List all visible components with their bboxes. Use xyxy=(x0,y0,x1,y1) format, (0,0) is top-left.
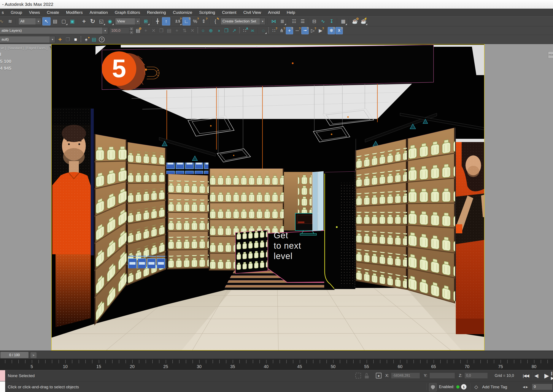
menu-customize[interactable]: Customize xyxy=(169,9,196,16)
scene-explorer-icon[interactable]: ☷ xyxy=(290,17,298,26)
keyboard-override-icon[interactable]: ↑ xyxy=(162,17,170,26)
merge-layer-icon[interactable]: ⇅ xyxy=(181,27,188,34)
normal-align-icon[interactable]: ↗ xyxy=(230,27,238,34)
menu-arnold[interactable]: Arnold xyxy=(264,9,283,16)
snap-vertex-icon[interactable]: +? xyxy=(286,27,293,34)
track-bar-ruler[interactable]: 5101520253035404550556065707580 xyxy=(0,359,553,370)
current-frame-field[interactable]: 0 xyxy=(532,384,553,390)
select-object-icon[interactable]: ↖ xyxy=(42,17,50,26)
isolate-selection-icon[interactable] xyxy=(355,373,361,378)
chevron-down-icon[interactable]: ▼ xyxy=(36,18,41,25)
selection-region-icon[interactable]: ▢ xyxy=(60,17,68,26)
use-pivot-point-icon[interactable]: ⊞ xyxy=(142,17,150,26)
layer-opacity-spinner[interactable]: 100,0▲▼ xyxy=(110,27,134,34)
mirror-icon[interactable]: ⋈ xyxy=(269,17,278,26)
layer-stack-icon[interactable]: ❐ xyxy=(64,36,71,43)
z-coordinate-field[interactable]: 0,0 xyxy=(464,373,488,379)
menu-animation[interactable]: Animation xyxy=(86,9,112,16)
center-to-object-icon[interactable]: ⊕ xyxy=(207,27,214,34)
menu-graph-editors[interactable]: Graph Editors xyxy=(111,9,143,16)
enabled-count-badge[interactable]: 1 xyxy=(461,384,467,390)
viewport-pov-label[interactable]: ve ] xyxy=(1,46,6,50)
snap-pivot-icon[interactable]: ⋔? xyxy=(278,27,285,34)
menu-group[interactable]: Group xyxy=(7,9,26,16)
layers-dropdown[interactable]: able Layers)▼ xyxy=(0,27,108,34)
chevron-down-icon[interactable]: ▼ xyxy=(102,28,108,34)
snap-frozen-icon[interactable]: ❄? xyxy=(328,27,335,34)
add-layer-icon[interactable]: + xyxy=(56,36,64,43)
snap-grid-points-icon[interactable]: ∷? xyxy=(270,27,277,34)
viewport[interactable]: ve ] [Standard ] [Edged Faces ] l 5 100 … xyxy=(0,44,553,350)
set-current-layer-icon[interactable]: + xyxy=(173,27,181,34)
camera-view[interactable]: 5 xyxy=(51,44,484,350)
notes-document-icon[interactable]: ▤ xyxy=(90,36,98,43)
window-crossing-icon[interactable]: ▣ xyxy=(68,17,77,26)
reference-coordinate-dropdown[interactable]: View▼ xyxy=(115,18,141,25)
selection-filter-dropdown[interactable]: All▼ xyxy=(18,18,41,25)
select-and-link-icon[interactable]: ∿ xyxy=(0,17,6,26)
layer-explorer-icon[interactable]: ☰ xyxy=(298,17,307,26)
select-and-move-icon[interactable]: + xyxy=(80,17,88,26)
frame-spinner-arrows[interactable]: ◀▶ xyxy=(523,381,529,392)
measure-distance-icon[interactable]: ≍ xyxy=(249,27,256,34)
named-selection-sets-icon[interactable]: {✎ xyxy=(211,17,220,26)
schematic-view-icon[interactable]: ↧ xyxy=(327,17,336,26)
chevron-down-icon[interactable]: ▼ xyxy=(135,18,140,25)
render-setup-icon[interactable]: ☕⚙ xyxy=(351,17,359,26)
select-by-name-icon[interactable]: ▤ xyxy=(51,17,59,26)
next-key-button[interactable]: > xyxy=(30,352,37,358)
menu-views[interactable]: Views xyxy=(26,9,43,16)
menu-rendering[interactable]: Rendering xyxy=(144,9,170,16)
previous-frame-button[interactable]: ◀|| xyxy=(534,370,538,381)
color-swatch-icon[interactable]: ■ xyxy=(72,36,79,43)
layer-opacity-spinner-arrows[interactable]: ▲▼ xyxy=(129,27,134,34)
ribbon-toggle-icon[interactable]: ⊟ xyxy=(310,17,319,26)
reset-transform-icon[interactable]: ◑ xyxy=(215,27,222,34)
next-frame-button[interactable]: ||▶ xyxy=(551,370,553,381)
create-selection-set-dropdown[interactable]: Create Selection Set▼ xyxy=(220,18,265,25)
menu-scripting[interactable]: Scripting xyxy=(196,9,219,16)
viewport-shading-label[interactable]: [Standard ] xyxy=(8,46,24,50)
select-and-rotate-icon[interactable]: ↻ xyxy=(89,17,97,26)
menu-create[interactable]: Create xyxy=(43,9,63,16)
curve-editor-icon[interactable]: ∿ xyxy=(319,17,327,26)
viewcube[interactable]: FRON xyxy=(548,51,553,58)
select-and-manipulate-icon[interactable]: ╋ xyxy=(153,17,162,26)
align-icon[interactable]: ≣ xyxy=(278,17,286,26)
chevron-down-icon[interactable]: ▼ xyxy=(50,36,55,43)
viewport-style-label[interactable]: [Edged Faces ] xyxy=(26,46,48,50)
create-layer-icon[interactable]: + xyxy=(142,27,149,34)
delete-layer-icon[interactable]: ✕ xyxy=(150,27,157,34)
help-icon[interactable]: ? xyxy=(98,36,106,43)
remove-layer-icon[interactable]: ✕ xyxy=(189,27,196,34)
go-to-start-button[interactable]: |◀◀ xyxy=(523,370,529,381)
material-editor-icon[interactable]: ▦ xyxy=(339,17,347,26)
layer-opacity-spinner-value[interactable]: 100,0 xyxy=(110,28,129,34)
transform-typein-icon[interactable]: ◆ xyxy=(376,373,382,378)
spinner-snap-icon[interactable]: ⇕? xyxy=(200,17,208,26)
isolate-selection-icon[interactable]: ◌ xyxy=(260,27,267,34)
x-coordinate-field[interactable]: -58348,281 xyxy=(391,373,420,379)
snap-normal-icon[interactable]: ▷? xyxy=(309,27,316,34)
chevron-down-icon[interactable]: ▼ xyxy=(260,18,265,25)
menu-help[interactable]: Help xyxy=(283,9,298,16)
percent-snap-icon[interactable]: %? xyxy=(191,17,199,26)
snap-x-axis-icon[interactable]: X? xyxy=(335,27,343,34)
scene-explorer-dropdown[interactable]: ault)▼ xyxy=(0,36,55,43)
render-frame-icon[interactable]: ☕⚡ xyxy=(359,17,368,26)
select-and-place-icon[interactable]: ◉ xyxy=(106,17,114,26)
quick-align-icon[interactable]: ∷A xyxy=(241,27,248,34)
bind-to-space-warp-icon[interactable]: ≋ xyxy=(6,17,14,26)
menu-modifiers[interactable]: Modifiers xyxy=(63,9,86,16)
snap-midpoint-icon[interactable]: ╼? xyxy=(301,27,309,34)
play-button[interactable]: ▶ xyxy=(544,370,549,381)
snaps-toggle-icon[interactable]: 2.5? xyxy=(174,17,182,26)
snap-face-icon[interactable]: ▶? xyxy=(317,27,324,34)
menu-content[interactable]: Content xyxy=(219,9,240,16)
menu-s[interactable]: s xyxy=(0,9,7,16)
populate-trees-icon[interactable]: ♠♠ xyxy=(83,36,90,43)
layer-manager-icon[interactable]: ▤⚙ xyxy=(134,27,142,34)
snap-endpoint-icon[interactable]: ─? xyxy=(294,27,301,34)
menu-civil-view[interactable]: Civil View xyxy=(240,9,264,16)
select-layer-objects-icon[interactable]: ▤ xyxy=(165,27,173,34)
